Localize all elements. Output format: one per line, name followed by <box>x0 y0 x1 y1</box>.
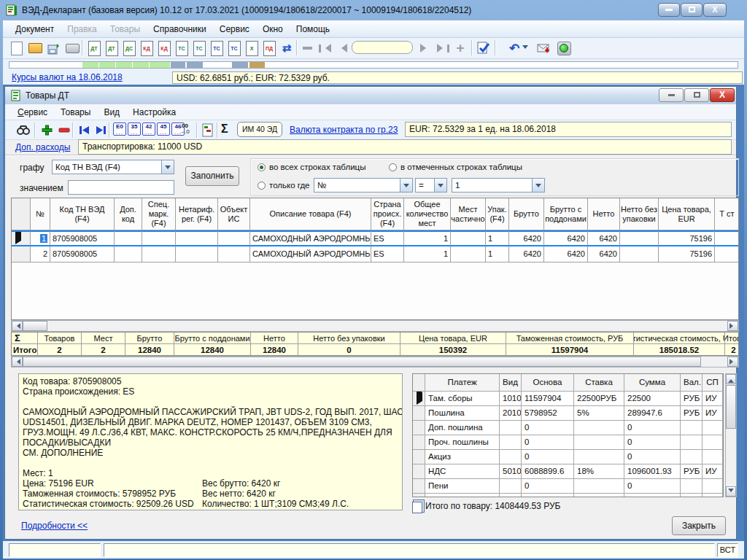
document-button-6[interactable]: ТС <box>174 40 190 56</box>
goods-row-1[interactable]: 18705908005САМОХОДНЫЙ АЭРОДРОМНЬES116420… <box>12 230 738 246</box>
radio-only-where[interactable]: только где <box>258 180 310 190</box>
remove-row-button[interactable] <box>299 40 315 56</box>
scroll-thumb[interactable] <box>23 321 47 331</box>
payment-cell[interactable] <box>703 450 723 464</box>
details-toggle-link[interactable]: Подробности << <box>21 521 88 531</box>
document-button-5[interactable]: КД <box>156 40 172 56</box>
dropdown-button[interactable] <box>400 179 412 192</box>
find-button[interactable] <box>15 122 31 138</box>
nav-first-button[interactable] <box>317 40 333 56</box>
goods-close-button[interactable]: X <box>710 88 735 102</box>
where-operator-select[interactable]: = <box>415 178 447 192</box>
document-button-11[interactable]: ПД <box>261 40 277 56</box>
dropdown-button[interactable] <box>161 160 174 174</box>
sheet-segment-3[interactable] <box>116 62 132 68</box>
delete-goods-button[interactable] <box>56 122 72 138</box>
goods-h-scrollbar[interactable] <box>11 320 739 332</box>
graph-button-35[interactable]: 35... <box>128 122 141 136</box>
payment-cell[interactable]: 0 <box>522 479 574 494</box>
nav-next-button[interactable] <box>417 40 433 56</box>
payment-row-6[interactable]: НДС50106088899.618%1096001.93РУБИУ <box>413 464 723 479</box>
payment-row-4[interactable]: Проч. пошлины00 <box>413 435 723 450</box>
sheet-segment-8[interactable] <box>232 62 248 68</box>
goods-cell[interactable]: 1 <box>486 230 509 246</box>
row-selector[interactable] <box>413 435 425 450</box>
payment-cell[interactable]: ИУ <box>703 464 723 479</box>
document-button-10[interactable]: X <box>244 40 260 56</box>
payment-row-2[interactable]: Пошлина201057989525%289947.6РУБИУ <box>413 406 723 421</box>
scroll-up-button[interactable] <box>726 374 736 384</box>
goods-cell[interactable] <box>142 246 176 262</box>
extra-costs-link[interactable]: Доп. расходы <box>15 142 70 152</box>
goods-cell[interactable]: ES <box>371 230 404 246</box>
goods-cell[interactable] <box>451 230 486 246</box>
payment-cell[interactable] <box>681 421 703 435</box>
goods-cell[interactable]: 6420 <box>588 246 620 262</box>
export-dropdown-button[interactable] <box>521 40 530 56</box>
payment-cell[interactable]: Пени <box>425 479 500 494</box>
row-selector[interactable] <box>413 464 425 479</box>
payment-cell[interactable]: НДС <box>425 464 500 479</box>
goods-doc-button[interactable] <box>199 122 215 138</box>
payment-cell[interactable]: 0 <box>522 450 574 464</box>
sheets-indicator-strip[interactable] <box>9 61 738 69</box>
payment-cell[interactable]: 289947.6 <box>624 406 681 421</box>
sheet-segment-5[interactable] <box>150 62 170 68</box>
payment-row-1[interactable]: Там. сборы10101159790422500РУБ22500РУБИУ <box>413 392 723 406</box>
goods-cell[interactable]: 75196 <box>659 230 715 246</box>
payment-row-5[interactable]: Акциз00 <box>413 450 723 464</box>
nav-prev-button[interactable] <box>334 40 350 56</box>
goods-cell[interactable]: 6420 <box>544 230 588 246</box>
payment-cell[interactable]: Пошлина <box>425 406 500 421</box>
radio-all-rows[interactable]: во всех строках таблицы <box>258 162 365 172</box>
goods-cell[interactable] <box>176 230 218 246</box>
record-number-input[interactable] <box>352 41 413 54</box>
new-document-button[interactable] <box>9 40 25 56</box>
send-mail-button[interactable] <box>535 40 551 56</box>
row-selector[interactable] <box>413 421 425 435</box>
goods-cell[interactable]: 1 <box>404 246 451 262</box>
payment-cell[interactable] <box>681 435 703 450</box>
goods-maximize-button[interactable] <box>684 88 709 102</box>
scroll-thumb[interactable] <box>23 357 701 367</box>
goods-menu-item-1[interactable]: Товары <box>54 104 97 120</box>
where-value-select[interactable]: 1 <box>452 178 545 192</box>
payment-cell[interactable]: 1010 <box>500 392 522 406</box>
payment-cell[interactable] <box>500 435 522 450</box>
goods-menu-item-3[interactable]: Настройка <box>126 104 182 120</box>
scroll-left-button[interactable] <box>12 321 23 331</box>
menu-item-4[interactable]: Сервис <box>213 21 256 37</box>
goods-cell[interactable] <box>115 246 142 262</box>
payment-cell[interactable]: 0 <box>624 450 681 464</box>
payment-cell[interactable]: 22500 <box>624 392 681 406</box>
payment-cell[interactable]: ИУ <box>703 392 723 406</box>
goods-cell[interactable] <box>142 230 176 246</box>
payment-cell[interactable] <box>703 421 723 435</box>
payment-cell[interactable]: Акциз <box>425 450 500 464</box>
payment-cell[interactable]: Там. сборы <box>425 392 500 406</box>
row-selector[interactable] <box>12 246 31 262</box>
payment-cell[interactable]: 5% <box>574 406 624 421</box>
payment-cell[interactable] <box>703 479 723 494</box>
check-document-button[interactable] <box>476 40 492 56</box>
payment-cell[interactable] <box>500 421 522 435</box>
payment-cell[interactable]: 5010 <box>500 464 522 479</box>
payment-cell[interactable]: 6088899.6 <box>522 464 574 479</box>
document-button-4[interactable]: КД <box>139 40 155 56</box>
add-row-button[interactable]: + <box>452 40 468 56</box>
payment-cell[interactable] <box>681 479 703 494</box>
document-button-1[interactable]: ДТ <box>86 40 102 56</box>
decimals-button[interactable]: .00 →.0 <box>179 122 190 135</box>
save-button[interactable] <box>45 40 61 56</box>
declaration-mode-button[interactable]: ИМ 40 ЭД <box>237 122 282 137</box>
goods-window-title-bar[interactable]: Товары ДТ X <box>5 87 736 105</box>
scroll-thumb[interactable] <box>726 385 736 429</box>
payment-cell[interactable] <box>574 435 624 450</box>
payment-cell[interactable] <box>574 450 624 464</box>
open-button[interactable] <box>27 40 43 56</box>
goods-first-button[interactable] <box>77 122 93 138</box>
close-goods-button[interactable]: Закрыть <box>672 516 726 535</box>
goods-menu-item-0[interactable]: Сервис <box>11 104 54 120</box>
payment-row-8[interactable] <box>413 494 723 497</box>
row-selector[interactable] <box>413 494 425 497</box>
